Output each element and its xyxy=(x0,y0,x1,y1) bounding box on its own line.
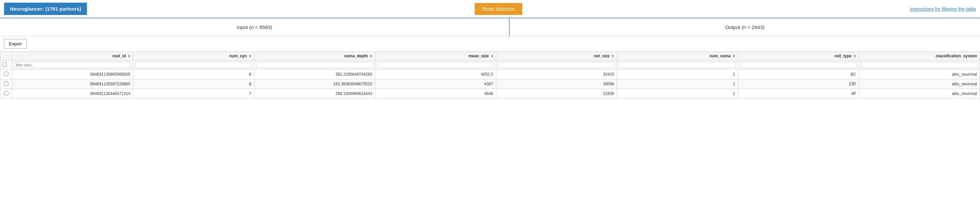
filter-cell-mean-size xyxy=(375,61,496,70)
filter-row xyxy=(0,61,980,70)
cell-soma-depth: 381.2285648744283 xyxy=(254,70,375,79)
cell-classification-system: aibs_neuronal xyxy=(859,70,980,79)
app-title: Neuroglancer: (1761 partners) xyxy=(4,3,87,15)
filter-input-classification-system[interactable] xyxy=(861,62,978,68)
filter-cell-cell-type xyxy=(738,61,859,70)
filter-input-cell-type[interactable] xyxy=(740,62,857,68)
table-wrapper: root_id ⇕ num_syn ⇕ soma_depth ⇕ mean_si… xyxy=(0,51,980,99)
header-center: Reset Selection xyxy=(94,3,903,15)
filter-cell-num-syn xyxy=(133,61,254,70)
row-checkbox-cell xyxy=(0,79,12,89)
cell-net-size: 31836 xyxy=(496,89,617,99)
cell-mean-size: 4052.5 xyxy=(375,70,496,79)
filter-input-root-id[interactable] xyxy=(14,62,131,68)
filter-input-soma-depth[interactable] xyxy=(256,62,373,68)
filter-cell-net-size xyxy=(496,61,617,70)
table-row: 8646911358659680058381.22856487442834052… xyxy=(0,70,980,79)
instructions-link[interactable]: Instructions for filtering the table xyxy=(910,6,976,12)
col-header-root-id[interactable]: root_id ⇕ xyxy=(12,52,133,61)
cell-cell-type: 23P xyxy=(738,79,859,89)
cell-cell-type: 4P xyxy=(738,89,859,99)
cell-num-soma: 1 xyxy=(617,70,738,79)
cell-root-id: 864691135865968005 xyxy=(12,70,133,79)
sort-icon-cell-type: ⇕ xyxy=(853,54,856,58)
col-header-num-soma[interactable]: num_soma ⇕ xyxy=(617,52,738,61)
cell-num-soma: 1 xyxy=(617,89,738,99)
filter-cell-num-soma xyxy=(617,61,738,70)
row-checkbox[interactable] xyxy=(4,72,8,76)
col-header-checkbox xyxy=(0,52,12,61)
cell-mean-size: 4387 xyxy=(375,79,496,89)
col-header-net-size[interactable]: net_size ⇕ xyxy=(496,52,617,61)
cell-num-syn: 8 xyxy=(133,79,254,89)
sort-icon-soma-depth: ⇕ xyxy=(370,54,372,58)
filter-checkbox-all[interactable] xyxy=(2,62,7,67)
sort-icon-num-syn: ⇕ xyxy=(249,54,251,58)
cell-cell-type: BC xyxy=(738,70,859,79)
filter-input-net-size[interactable] xyxy=(498,62,615,68)
sort-icon-root-id: ⇕ xyxy=(128,54,130,58)
filter-cell-classification-system xyxy=(859,61,980,70)
cell-mean-size: 4548 xyxy=(375,89,496,99)
filter-cell-soma-depth xyxy=(254,61,375,70)
sort-icon-mean-size: ⇕ xyxy=(491,54,493,58)
stats-input: Input (n = 6583) xyxy=(0,18,510,36)
filter-input-num-soma[interactable] xyxy=(619,62,736,68)
stats-output: Output (n = 2443) xyxy=(510,18,980,36)
filter-input-mean-size[interactable] xyxy=(377,62,494,68)
cell-classification-system: aibs_neuronal xyxy=(859,89,980,99)
cell-num-syn: 8 xyxy=(133,70,254,79)
cell-num-soma: 1 xyxy=(617,79,738,89)
reset-button[interactable]: Reset Selection xyxy=(475,3,522,15)
col-header-mean-size[interactable]: mean_size ⇕ xyxy=(375,52,496,61)
cell-classification-system: aibs_neuronal xyxy=(859,79,980,89)
stats-row: Input (n = 6583) Output (n = 2443) xyxy=(0,18,980,36)
col-header-cell-type[interactable]: cell_type ⇕ xyxy=(738,52,859,61)
table-row: 8646911353872208658193.36983546675515438… xyxy=(0,79,980,89)
row-checkbox[interactable] xyxy=(4,81,8,86)
table-body: 8646911358659680058381.22856487442834052… xyxy=(0,70,980,99)
sort-icon-net-size: ⇕ xyxy=(611,54,614,58)
cell-root-id: 864691135387220865 xyxy=(12,79,133,89)
filter-cell-root-id xyxy=(12,61,133,70)
data-table: root_id ⇕ num_syn ⇕ soma_depth ⇕ mean_si… xyxy=(0,51,980,99)
column-header-row: root_id ⇕ num_syn ⇕ soma_depth ⇕ mean_si… xyxy=(0,52,980,61)
row-checkbox[interactable] xyxy=(4,91,8,95)
export-button[interactable]: Export xyxy=(4,39,27,49)
col-header-classification-system[interactable]: classification_system xyxy=(859,52,980,61)
filter-input-num-syn[interactable] xyxy=(135,62,252,68)
col-header-num-syn[interactable]: num_syn ⇕ xyxy=(133,52,254,61)
cell-net-size: 32420 xyxy=(496,70,617,79)
header-bar: Neuroglancer: (1761 partners) Reset Sele… xyxy=(0,0,980,18)
cell-soma-depth: 193.36983546675515 xyxy=(254,79,375,89)
cell-root-id: 864691135446471314 xyxy=(12,89,133,99)
cell-net-size: 35096 xyxy=(496,79,617,89)
sort-icon-num-soma: ⇕ xyxy=(732,54,735,58)
export-area: Export xyxy=(0,36,980,51)
row-checkbox-cell xyxy=(0,70,12,79)
cell-soma-depth: 266.1406969624443 xyxy=(254,89,375,99)
table-row: 8646911354464713147266.14069696244434548… xyxy=(0,89,980,99)
row-checkbox-cell xyxy=(0,89,12,99)
col-header-soma-depth[interactable]: soma_depth ⇕ xyxy=(254,52,375,61)
cell-num-syn: 7 xyxy=(133,89,254,99)
filter-cell-checkbox xyxy=(0,61,12,70)
